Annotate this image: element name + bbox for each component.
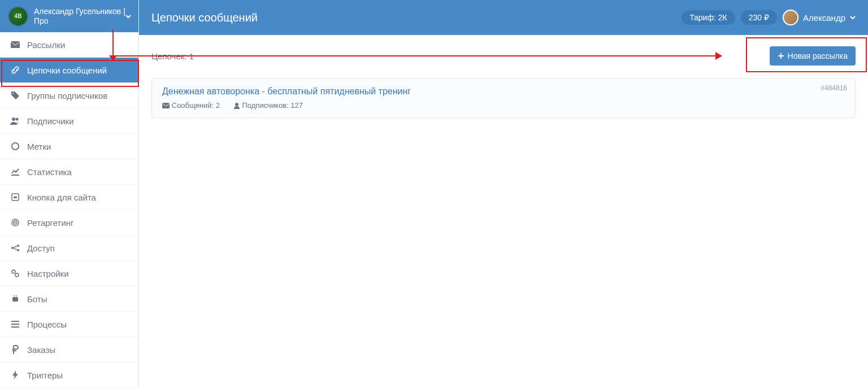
chain-subscribers-meta: Подписчиков: 127 <box>233 101 303 110</box>
sidebar-item-label: Группы подписчиков <box>27 91 107 101</box>
svg-point-22 <box>235 103 238 106</box>
chain-title[interactable]: Денежная автоворонка - бесплатный пятидн… <box>162 86 845 97</box>
sidebar-item-label: Подписчики <box>27 116 74 126</box>
svg-rect-15 <box>12 297 18 302</box>
sidebar-item-label: Метки <box>27 142 51 151</box>
sidebar-item-label: Ретаргетинг <box>27 218 74 228</box>
sidebar-item-retargeting[interactable]: Ретаргетинг <box>0 210 138 236</box>
page-title: Цепочки сообщений <box>151 11 258 24</box>
topbar: Цепочки сообщений Тариф: 2К 230 ₽ Алекса… <box>139 0 868 35</box>
chevron-down-icon <box>850 15 856 20</box>
svg-point-14 <box>15 273 19 277</box>
svg-point-3 <box>16 118 19 121</box>
svg-point-2 <box>12 117 15 121</box>
users-icon <box>10 117 20 125</box>
target-icon <box>10 219 20 226</box>
new-mailing-button[interactable]: Новая рассылка <box>770 46 856 66</box>
share-icon <box>10 244 20 252</box>
profile-switcher[interactable]: 4B Александр Гусельников | Про <box>0 0 138 32</box>
plus-icon <box>778 53 784 59</box>
circle-icon <box>10 142 20 150</box>
user-name-label: Александр <box>803 13 845 23</box>
envelope-icon <box>10 41 20 48</box>
sidebar-item-label: Заказы <box>27 345 55 355</box>
chain-card[interactable]: #484816 Денежная автоворонка - бесплатны… <box>151 78 856 118</box>
chain-messages-meta: Сообщений: 2 <box>162 101 220 110</box>
sidebar-item-mailings[interactable]: Рассылки <box>0 32 138 58</box>
svg-rect-20 <box>11 326 19 328</box>
svg-point-17 <box>16 295 17 297</box>
sidebar: 4B Александр Гусельников | Про Рассылки … <box>0 0 139 388</box>
sidebar-item-triggers[interactable]: Триггеры <box>0 363 138 388</box>
chain-icon <box>10 66 20 75</box>
android-icon <box>10 294 20 303</box>
tasks-icon <box>10 321 20 328</box>
chain-count-label: Цепочек: 1 <box>151 51 194 61</box>
sidebar-item-label: Цепочки сообщений <box>27 66 107 75</box>
cogs-icon <box>10 269 20 278</box>
topbar-right: Тариф: 2К 230 ₽ Александр <box>682 10 856 25</box>
svg-rect-21 <box>162 103 170 108</box>
svg-point-12 <box>17 249 19 251</box>
svg-rect-6 <box>14 197 17 198</box>
sidebar-item-bots[interactable]: Боты <box>0 286 138 312</box>
tariff-pill[interactable]: Тариф: 2К <box>682 10 735 25</box>
sidebar-item-orders[interactable]: Заказы <box>0 337 138 363</box>
chart-icon <box>10 168 20 176</box>
balance-pill[interactable]: 230 ₽ <box>741 10 777 25</box>
svg-point-4 <box>12 143 19 150</box>
svg-point-10 <box>11 247 14 249</box>
svg-rect-18 <box>11 321 19 322</box>
ruble-icon <box>10 345 20 354</box>
svg-point-16 <box>14 295 15 297</box>
sidebar-item-label: Доступ <box>27 243 55 253</box>
sidebar-item-subscribers[interactable]: Подписчики <box>0 108 138 134</box>
main-content: Цепочек: 1 Новая рассылка #484816 Денежн… <box>139 35 868 388</box>
sidebar-item-label: Статистика <box>27 167 72 177</box>
sidebar-item-site-button[interactable]: Кнопка для сайта <box>0 185 138 210</box>
user-menu[interactable]: Александр <box>783 10 856 25</box>
svg-point-9 <box>15 222 16 223</box>
sidebar-item-labels[interactable]: Метки <box>0 134 138 159</box>
sidebar-item-label: Боты <box>27 294 47 304</box>
sidebar-item-label: Настройки <box>27 269 69 278</box>
new-mailing-label: Новая рассылка <box>788 51 848 60</box>
svg-point-11 <box>17 245 19 247</box>
profile-avatar: 4B <box>8 6 28 27</box>
user-avatar-icon <box>783 10 798 25</box>
sidebar-item-label: Процессы <box>27 320 67 329</box>
tags-icon <box>10 91 20 100</box>
sidebar-item-label: Триггеры <box>27 370 63 380</box>
svg-rect-19 <box>11 324 19 325</box>
svg-rect-0 <box>11 41 20 48</box>
sidebar-item-access[interactable]: Доступ <box>0 236 138 261</box>
widget-icon <box>10 193 20 201</box>
chain-id: #484816 <box>821 84 847 92</box>
chevron-down-icon <box>125 13 132 20</box>
sidebar-item-chains[interactable]: Цепочки сообщений <box>0 58 138 83</box>
sidebar-item-statistics[interactable]: Статистика <box>0 159 138 185</box>
sidebar-item-label: Кнопка для сайта <box>27 193 96 202</box>
svg-point-13 <box>12 270 15 273</box>
sidebar-item-settings[interactable]: Настройки <box>0 261 138 286</box>
sidebar-nav: Рассылки Цепочки сообщений Группы подпис… <box>0 32 138 388</box>
sidebar-item-processes[interactable]: Процессы <box>0 312 138 337</box>
bolt-icon <box>10 370 20 380</box>
profile-name: Александр Гусельников | Про <box>34 7 131 26</box>
sidebar-item-label: Рассылки <box>27 40 65 50</box>
sidebar-item-subscriber-groups[interactable]: Группы подписчиков <box>0 83 138 108</box>
svg-point-1 <box>12 93 14 94</box>
